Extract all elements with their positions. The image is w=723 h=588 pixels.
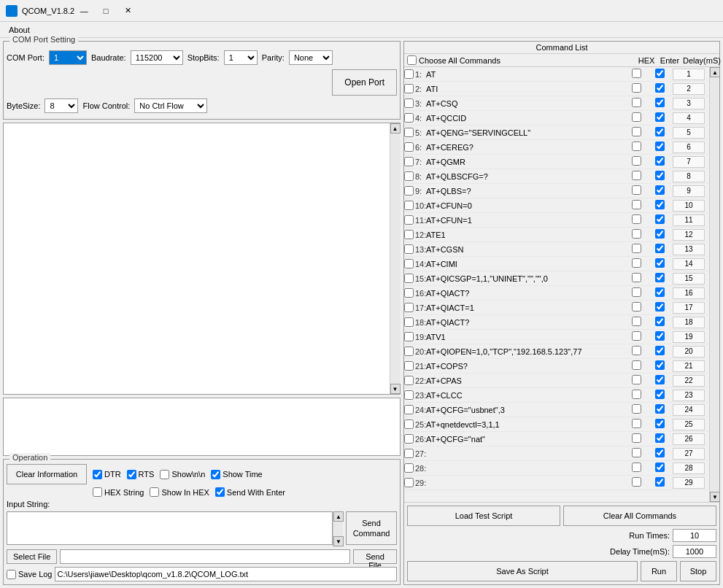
cmd-enter-check-4[interactable] — [655, 127, 665, 136]
cmd-delay-input-14[interactable] — [673, 273, 705, 285]
show-in-hex-checkbox[interactable] — [150, 487, 159, 497]
cmd-hex-check-12[interactable] — [632, 244, 641, 253]
cmd-hex-check-4[interactable] — [632, 127, 641, 136]
cmd-enter-check-6[interactable] — [655, 156, 665, 166]
cmd-checkbox-11[interactable] — [404, 230, 414, 239]
cmd-hex-check-15[interactable] — [632, 287, 641, 297]
send-file-button[interactable]: Send File — [353, 549, 397, 564]
cmd-scroll-up[interactable]: ▲ — [710, 67, 719, 77]
bytesize-select[interactable]: 8 — [45, 98, 78, 113]
cmd-checkbox-0[interactable] — [404, 69, 414, 79]
cmd-delay-input-0[interactable] — [673, 69, 705, 80]
cmd-checkbox-25[interactable] — [404, 434, 414, 444]
cmd-delay-input-6[interactable] — [673, 156, 705, 168]
cmd-delay-input-26[interactable] — [673, 448, 705, 460]
cmd-delay-input-2[interactable] — [673, 98, 705, 109]
cmd-hex-check-0[interactable] — [632, 69, 641, 78]
cmd-enter-check-0[interactable] — [655, 69, 665, 78]
cmd-checkbox-2[interactable] — [404, 98, 414, 108]
save-log-checkbox[interactable] — [7, 570, 16, 579]
menu-about[interactable]: About — [3, 24, 36, 36]
save-log-checkbox-label[interactable]: Save Log — [7, 570, 52, 579]
baudrate-select[interactable]: 115200 — [131, 50, 183, 65]
stop-button[interactable]: Stop — [680, 561, 716, 581]
cmd-hex-check-11[interactable] — [632, 229, 641, 239]
show-newline-label[interactable]: Show\n\n — [160, 470, 205, 479]
cmd-enter-check-16[interactable] — [655, 302, 665, 312]
cmd-checkbox-5[interactable] — [404, 142, 414, 152]
cmd-checkbox-12[interactable] — [404, 244, 414, 254]
cmd-checkbox-27[interactable] — [404, 463, 414, 473]
cmd-enter-check-21[interactable] — [655, 375, 665, 384]
log-scrollbar[interactable]: ▲ ▼ — [390, 123, 400, 394]
rts-checkbox[interactable] — [127, 470, 136, 479]
file-path-input[interactable] — [60, 549, 350, 564]
show-time-checkbox[interactable] — [211, 470, 220, 479]
cmd-delay-input-1[interactable] — [673, 83, 705, 95]
cmd-hex-check-26[interactable] — [632, 448, 641, 457]
cmd-hex-check-5[interactable] — [632, 142, 641, 151]
cmd-enter-check-13[interactable] — [655, 258, 665, 268]
cmd-hex-check-10[interactable] — [632, 214, 641, 224]
scroll-down-arrow[interactable]: ▼ — [390, 384, 401, 394]
cmd-hex-check-8[interactable] — [632, 185, 641, 195]
cmd-scrollbar[interactable]: ▲ ▼ — [709, 67, 719, 502]
cmd-checkbox-6[interactable] — [404, 157, 414, 166]
load-test-button[interactable]: Load Test Script — [407, 506, 560, 526]
show-in-hex-label[interactable]: Show In HEX — [150, 487, 209, 497]
send-command-button[interactable]: SendCommand — [346, 511, 397, 545]
cmd-checkbox-7[interactable] — [404, 171, 414, 181]
cmd-checkbox-26[interactable] — [404, 449, 414, 458]
cmd-delay-input-21[interactable] — [673, 375, 705, 387]
cmd-delay-input-28[interactable] — [673, 477, 705, 489]
cmd-checkbox-19[interactable] — [404, 347, 414, 356]
cmd-delay-input-15[interactable] — [673, 287, 705, 299]
save-as-button[interactable]: Save As Script — [407, 561, 638, 581]
scroll-up-arrow[interactable]: ▲ — [390, 123, 401, 134]
select-file-button[interactable]: Select File — [7, 549, 57, 564]
cmd-delay-input-12[interactable] — [673, 244, 705, 255]
stopbits-select[interactable]: 1 — [224, 50, 258, 65]
cmd-enter-check-15[interactable] — [655, 287, 665, 297]
cmd-hex-check-28[interactable] — [632, 477, 641, 487]
cmd-hex-check-18[interactable] — [632, 331, 641, 341]
cmd-enter-check-2[interactable] — [655, 98, 665, 107]
flowcontrol-select[interactable]: No Ctrl Flow — [134, 98, 207, 113]
cmd-enter-check-22[interactable] — [655, 390, 665, 399]
cmd-delay-input-5[interactable] — [673, 142, 705, 153]
cmd-hex-check-3[interactable] — [632, 112, 641, 122]
cmd-delay-input-9[interactable] — [673, 200, 705, 212]
cmd-delay-input-10[interactable] — [673, 214, 705, 226]
cmd-checkbox-4[interactable] — [404, 128, 414, 137]
clear-info-button[interactable]: Clear Information — [7, 464, 87, 484]
cmd-checkbox-3[interactable] — [404, 113, 414, 123]
close-button[interactable]: ✕ — [118, 4, 137, 18]
cmd-hex-check-24[interactable] — [632, 419, 641, 428]
cmd-delay-input-3[interactable] — [673, 112, 705, 124]
choose-all-checkbox[interactable] — [407, 55, 417, 65]
cmd-delay-input-8[interactable] — [673, 185, 705, 197]
cmd-hex-check-23[interactable] — [632, 404, 641, 414]
cmd-hex-check-22[interactable] — [632, 390, 641, 399]
cmd-enter-check-3[interactable] — [655, 112, 665, 122]
send-with-enter-checkbox[interactable] — [215, 487, 225, 497]
cmd-enter-check-14[interactable] — [655, 273, 665, 282]
cmd-checkbox-16[interactable] — [404, 303, 414, 312]
cmd-delay-input-17[interactable] — [673, 317, 705, 328]
cmd-delay-input-4[interactable] — [673, 127, 705, 139]
cmd-checkbox-22[interactable] — [404, 390, 414, 400]
cmd-hex-check-6[interactable] — [632, 156, 641, 166]
clear-all-button[interactable]: Clear All Commands — [563, 506, 716, 526]
delay-time-input[interactable] — [673, 545, 716, 558]
cmd-enter-check-5[interactable] — [655, 142, 665, 151]
cmd-delay-input-27[interactable] — [673, 463, 705, 474]
cmd-enter-check-11[interactable] — [655, 229, 665, 239]
parity-select[interactable]: None — [289, 50, 333, 65]
cmd-enter-check-17[interactable] — [655, 317, 665, 326]
cmd-checkbox-24[interactable] — [404, 419, 414, 429]
log-path-input[interactable] — [55, 567, 397, 581]
cmd-checkbox-1[interactable] — [404, 84, 414, 93]
cmd-enter-check-1[interactable] — [655, 83, 665, 93]
cmd-delay-input-23[interactable] — [673, 404, 705, 416]
cmd-hex-check-14[interactable] — [632, 273, 641, 282]
